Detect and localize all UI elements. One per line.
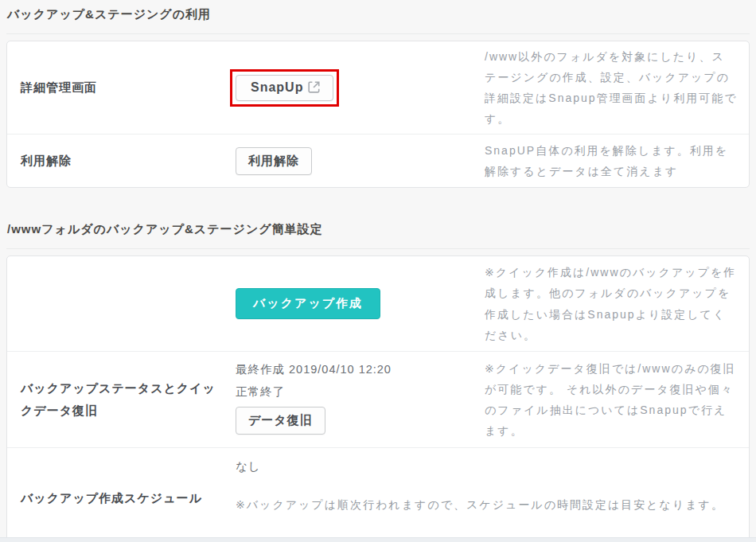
external-link-icon [308, 81, 320, 93]
create-row-content: バックアップ作成 [228, 288, 485, 319]
table-row-backup-status: バックアップステータスとクイックデータ復旧 最終作成 2019/04/10 12… [7, 351, 749, 447]
snapup-settings-page: バックアップ&ステージングの利用 詳細管理画面 SnapUp [0, 0, 756, 542]
cancel-row-content: 利用解除 [228, 147, 485, 175]
last-created-text: 最終作成 2019/04/10 12:20 [236, 358, 485, 380]
schedule-note: ※バックアップは順次行われますので、スケジュールの時間設定は目安となります。 [236, 494, 738, 515]
create-row-description: ※クイック作成は/wwwのバックアップを作成します。他のフォルダのバックアップを… [485, 262, 749, 345]
cancel-row-label: 利用解除 [7, 150, 228, 173]
section-usage: バックアップ&ステージングの利用 詳細管理画面 SnapUp [6, 0, 750, 188]
cancel-usage-button[interactable]: 利用解除 [236, 147, 312, 175]
status-text: 正常終了 [236, 380, 485, 403]
status-row-label: バックアップステータスとクイックデータ復旧 [7, 377, 228, 423]
section-quick-setup: /wwwフォルダのバックアップ&ステージング簡単設定 バックアップ作成 ※クイッ… [6, 215, 750, 542]
quick-setup-panel: バックアップ作成 ※クイック作成は/wwwのバックアップを作成します。他のフォル… [6, 255, 750, 542]
table-row-backup-schedule: バックアップ作成スケジュール なし ※バックアップは順次行われますので、スケジュ… [7, 447, 749, 542]
schedule-row-content: なし ※バックアップは順次行われますので、スケジュールの時間設定は目安となります… [228, 448, 749, 526]
schedule-value: なし [236, 456, 738, 478]
snapup-row-content: SnapUp [228, 69, 485, 107]
cancel-row-description: SnapUP自体の利用を解除します。利用を解除するとデータは全て消えます [485, 140, 749, 181]
page-bottom-strip [0, 537, 756, 542]
table-row-snapup: 詳細管理画面 SnapUp /www以外のフォルダを対象にした [7, 41, 749, 134]
schedule-row-label: バックアップ作成スケジュール [7, 487, 228, 510]
annotation-red-box: SnapUp [230, 69, 339, 107]
snapup-row-description: /www以外のフォルダを対象にしたり、ステージングの作成、設定、バックアップの詳… [485, 46, 749, 129]
table-row-cancel: 利用解除 利用解除 SnapUP自体の利用を解除します。利用を解除するとデータは… [7, 134, 749, 187]
snapup-button-label: SnapUp [251, 80, 303, 95]
status-row-content: 最終作成 2019/04/10 12:20 正常終了 データ復旧 [228, 352, 485, 443]
snapup-button[interactable]: SnapUp [236, 75, 333, 101]
snapup-row-label: 詳細管理画面 [7, 76, 228, 99]
section-quick-setup-title: /wwwフォルダのバックアップ&ステージング簡単設定 [6, 215, 750, 249]
data-restore-button[interactable]: データ復旧 [236, 407, 325, 435]
section-usage-title: バックアップ&ステージングの利用 [6, 0, 750, 34]
create-backup-button[interactable]: バックアップ作成 [236, 288, 380, 319]
usage-panel: 詳細管理画面 SnapUp /www以外のフォルダを対象にした [6, 41, 750, 188]
table-row-create-backup: バックアップ作成 ※クイック作成は/wwwのバックアップを作成します。他のフォル… [7, 256, 749, 351]
status-row-description: ※クイックデータ復旧では/wwwのみの復旧が可能です。 それ以外のデータ復旧や個… [485, 358, 749, 441]
